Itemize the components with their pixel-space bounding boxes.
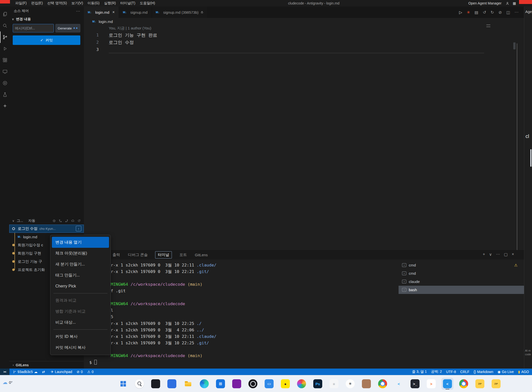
editor-line[interactable]: 2로그인 수정: [84, 39, 524, 46]
status-encoding[interactable]: UTF-8: [446, 370, 456, 374]
target-icon[interactable]: [52, 219, 56, 223]
status-go-live[interactable]: ◉Go Live: [498, 370, 514, 374]
taskbar-icon-remote-desktop[interactable]: ▭: [263, 378, 275, 390]
taskbar-icon-zip-2[interactable]: ZIP: [490, 378, 502, 390]
terminal-instance-cmd[interactable]: >cmd⚠: [399, 261, 524, 269]
taskbar-icon-edge[interactable]: [198, 378, 210, 390]
activity-search-icon[interactable]: [0, 20, 9, 31]
editor-line[interactable]: 1로그인 기능 구현 완료: [84, 31, 524, 39]
panel-tab-포트[interactable]: 포트: [179, 252, 187, 258]
run-disabled-icon[interactable]: ⊘: [498, 10, 502, 15]
terminal-instance-claude[interactable]: >claude: [399, 277, 524, 286]
taskbar-icon-chrome-profile[interactable]: [377, 378, 389, 390]
menu-item-2[interactable]: 선택 영역(S): [45, 0, 69, 6]
generate-message-button[interactable]: Generate ✦✦: [55, 24, 80, 32]
activity-extensions-icon[interactable]: [0, 54, 9, 66]
status-cursor-position[interactable]: 줄 3, 열 1: [412, 370, 427, 374]
menu-item-0[interactable]: 파일(F): [13, 0, 29, 6]
taskbar-icon-windows-terminal[interactable]: >_: [409, 378, 421, 390]
activity-ai-sparkle-icon[interactable]: [0, 100, 9, 112]
more-icon[interactable]: ···: [496, 252, 500, 257]
context-menu-item[interactable]: 커밋 ID 복사: [52, 331, 109, 342]
tab-login.md[interactable]: M↓login.md×: [84, 6, 119, 18]
activity-live-share-icon[interactable]: [0, 77, 9, 89]
terminal-instance-bash[interactable]: >bash: [399, 286, 524, 294]
terminal-dropdown-icon[interactable]: ∨: [489, 252, 492, 257]
status-eol[interactable]: CRLF: [460, 370, 469, 374]
compare-down-icon[interactable]: [65, 219, 68, 223]
layout-panel-icon[interactable]: ▤: [475, 10, 478, 15]
editor-scrollbar-thumb[interactable]: [513, 42, 516, 49]
more-actions-icon[interactable]: ···: [76, 9, 80, 13]
taskbar-icon-search[interactable]: [133, 378, 145, 390]
taskbar-icon-opera-gx[interactable]: [247, 378, 259, 390]
nav-forward-icon[interactable]: ↻: [491, 10, 494, 15]
tab-signup.md-398573b-[interactable]: M↓signup.md (398573b): [152, 6, 208, 18]
commit-button[interactable]: ✓ 커밋: [13, 35, 80, 45]
taskbar-icon-app-dark[interactable]: [150, 378, 162, 390]
taskbar-icon-zip-1[interactable]: ZIP: [474, 378, 486, 390]
taskbar-icon-vscode[interactable]: <: [393, 378, 405, 390]
agent-panel-scrollbar-thumb[interactable]: [530, 149, 532, 167]
gitlens-section-header[interactable]: › GitLens: [9, 361, 84, 369]
context-menu-item[interactable]: 체크 아웃(분리됨): [52, 248, 109, 259]
activity-source-control-icon[interactable]: [0, 31, 9, 43]
activity-run-debug-icon[interactable]: [0, 43, 9, 54]
maximize-panel-icon[interactable]: ▢: [504, 252, 508, 257]
remote-indicator[interactable]: ><: [0, 369, 9, 375]
menu-item-4[interactable]: 이동(G): [85, 0, 102, 6]
taskbar-icon-photoshop[interactable]: Ps: [312, 378, 324, 390]
menu-item-7[interactable]: 도움말(H): [137, 0, 157, 6]
panel-tab-출력[interactable]: 출력: [112, 252, 120, 258]
status-ago[interactable]: ▮AGO: [518, 370, 529, 374]
status-indentation[interactable]: 공백: 2: [431, 370, 442, 374]
refresh-icon[interactable]: [77, 219, 81, 223]
taskbar-icon-app-purple[interactable]: [231, 378, 243, 390]
panel-tab-GitLens[interactable]: GitLens: [194, 252, 208, 258]
activity-testing-icon[interactable]: [0, 89, 9, 100]
nav-back-icon[interactable]: ↺: [483, 10, 486, 15]
commit-row[interactable]: 로그인 수정cho Kyun...↑: [9, 225, 84, 233]
activity-remote-explorer-icon[interactable]: [0, 66, 9, 77]
taskbar-icon-notes[interactable]: ≡: [328, 378, 340, 390]
cloud-icon[interactable]: [71, 219, 75, 223]
split-editor-icon[interactable]: ◫: [506, 10, 510, 15]
taskbar-icon-start[interactable]: [117, 378, 129, 390]
compare-up-icon[interactable]: [59, 219, 62, 223]
status-errors[interactable]: ⊘0: [77, 370, 83, 374]
context-menu-item[interactable]: 커밋 메시지 복사: [52, 342, 109, 353]
panel-tab-디버그 콘솔[interactable]: 디버그 콘솔: [127, 252, 148, 258]
terminal-output[interactable]: r-x 1 s2ckh 197609 0 3월 10 22:11 .claude…: [84, 260, 399, 369]
weather-widget[interactable]: ☁ 0°: [2, 379, 12, 385]
taskbar-icon-kakaotalk[interactable]: ●: [279, 378, 291, 390]
status-git-graph[interactable]: ⇄: [42, 370, 46, 374]
status-language-mode[interactable]: {}Markdown: [474, 370, 493, 374]
editor-pane[interactable]: M↓ login.md You, 지금 | 1 author (You) 1로그…: [84, 18, 524, 250]
graph-section-header[interactable]: ∨ 그... 자동: [9, 217, 84, 225]
open-changes-icon[interactable]: ↑: [76, 226, 81, 231]
panel-tab-터미널[interactable]: 터미널: [155, 251, 172, 259]
commit-message-input[interactable]: [13, 24, 54, 32]
layout-icon[interactable]: ▦: [513, 1, 516, 5]
activity-files-icon[interactable]: [0, 8, 9, 20]
menu-item-5[interactable]: 실행(R): [102, 0, 118, 6]
terminal-instance-cmd[interactable]: >cmd: [399, 269, 524, 277]
context-menu-item[interactable]: 새 분기 만들기...: [52, 259, 109, 270]
editor-sash[interactable]: [517, 43, 517, 250]
changes-section-header[interactable]: ∨ 변경 내용: [9, 15, 84, 23]
status-warnings[interactable]: ⚠0: [87, 370, 94, 374]
context-menu-item[interactable]: 변경 내용 열기: [52, 237, 109, 248]
menu-item-1[interactable]: 편집(E): [29, 0, 45, 6]
close-icon[interactable]: ×: [112, 10, 114, 14]
run-icon[interactable]: ▷: [459, 10, 462, 15]
menu-item-6[interactable]: 터미널(T): [118, 0, 137, 6]
context-menu-item[interactable]: Cherry Pick: [52, 281, 109, 292]
tab-signup.md[interactable]: M↓signup.md: [119, 6, 152, 18]
graph-auto-label[interactable]: 자동: [28, 219, 35, 223]
taskbar-icon-store[interactable]: ⊞: [214, 378, 226, 390]
open-agent-manager-button[interactable]: Open Agent Manager: [468, 1, 502, 5]
taskbar-icon-file-explorer[interactable]: [182, 378, 194, 390]
taskbar-icon-app-brown[interactable]: [360, 378, 372, 390]
new-terminal-icon[interactable]: +: [483, 252, 485, 257]
taskbar-icon-people-app[interactable]: [166, 378, 178, 390]
